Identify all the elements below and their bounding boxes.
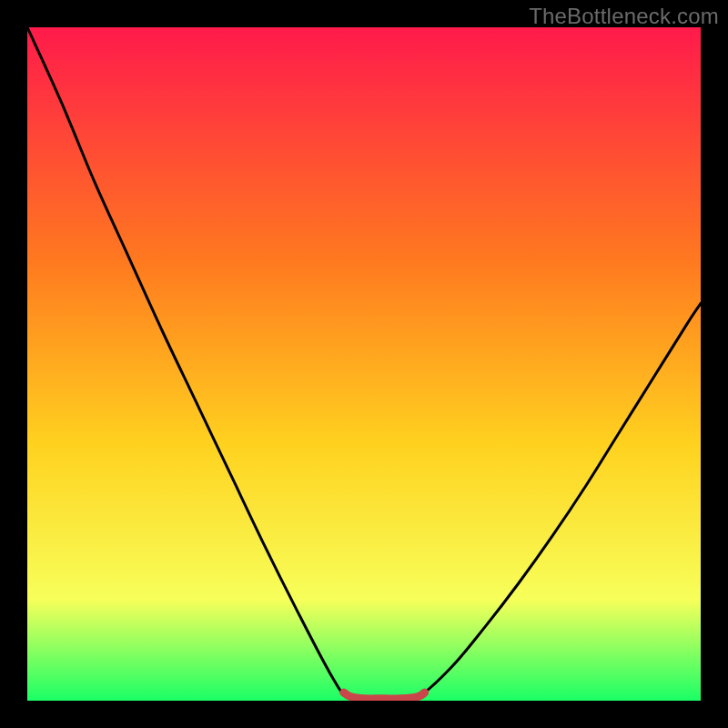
watermark-text: TheBottleneck.com [529, 4, 719, 29]
chart-svg [27, 27, 701, 701]
plot-area [27, 27, 701, 701]
gradient-background [27, 27, 701, 701]
chart-frame: TheBottleneck.com [0, 0, 728, 728]
